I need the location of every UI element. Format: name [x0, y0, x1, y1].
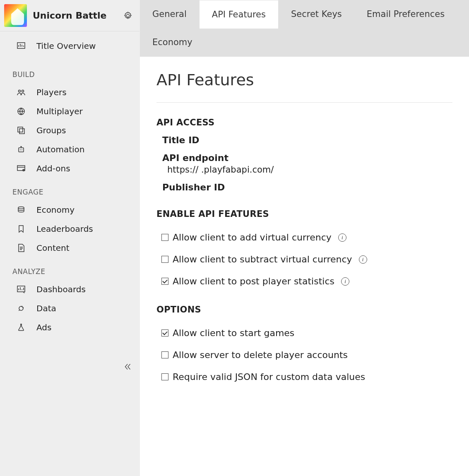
field-publisher-id: Publisher ID — [162, 182, 452, 192]
feature-row: Allow client to subtract virtual currenc… — [161, 248, 452, 270]
sidebar-item-label: Title Overview — [36, 41, 96, 51]
bookmark-icon — [16, 224, 26, 234]
coins-icon — [16, 204, 26, 215]
feature-label: Allow client to subtract virtual currenc… — [173, 254, 352, 264]
sidebar-item-add-ons[interactable]: Add-ons — [0, 159, 139, 178]
checkbox[interactable] — [161, 278, 168, 285]
sidebar-item-players[interactable]: Players — [0, 83, 139, 102]
sidebar-section-label: ENGAGE — [0, 178, 139, 200]
feature-label: Allow client to post player statistics — [173, 276, 334, 286]
sidebar-item-leaderboards[interactable]: Leaderboards — [0, 219, 139, 238]
field-label: Publisher ID — [162, 182, 452, 192]
feature-row: Require valid JSON for custom data value… — [161, 366, 452, 388]
checkbox[interactable] — [161, 256, 168, 263]
sidebar-item-label: Groups — [36, 125, 66, 135]
field-label: Title ID — [162, 135, 452, 145]
sidebar-item-content[interactable]: Content — [0, 238, 139, 257]
sidebar-item-label: Economy — [36, 205, 75, 215]
checkbox[interactable] — [161, 351, 168, 358]
sidebar-item-label: Add-ons — [36, 163, 70, 173]
feature-row: Allow client to add virtual currencyi — [161, 226, 452, 248]
field-value: https:// .playfabapi.com/ — [162, 165, 452, 175]
field-title-id: Title ID — [162, 135, 452, 145]
settings-button[interactable] — [122, 10, 134, 22]
sidebar-item-automation[interactable]: Automation — [0, 140, 139, 159]
tab-secret-keys[interactable]: Secret Keys — [279, 0, 354, 28]
enable-api-features-list: Allow client to add virtual currencyiAll… — [161, 226, 452, 292]
addons-icon — [16, 163, 26, 174]
sidebar-item-label: Leaderboards — [36, 224, 93, 234]
sidebar-item-groups[interactable]: Groups — [0, 121, 139, 140]
checkbox[interactable] — [161, 329, 168, 337]
feature-label: Allow server to delete player accounts — [173, 350, 348, 360]
overview-icon — [16, 41, 26, 51]
sidebar-item-data[interactable]: Data — [0, 299, 139, 318]
checkbox[interactable] — [161, 373, 168, 380]
sidebar-item-label: Data — [36, 303, 56, 313]
page-title: API Features — [156, 71, 452, 103]
feature-label: Allow client to add virtual currency — [173, 232, 332, 243]
tab-general[interactable]: General — [140, 0, 199, 28]
sidebar-item-label: Content — [36, 243, 70, 253]
field-label: API endpoint — [162, 153, 452, 163]
field-api-endpoint: API endpoint https:// .playfabapi.com/ — [162, 153, 452, 175]
chevrons-left-icon — [123, 362, 132, 371]
content: API Features API ACCESS Title ID API end… — [140, 57, 469, 476]
tab-api-features[interactable]: API Features — [199, 0, 279, 29]
collapse-sidebar-button[interactable] — [122, 361, 134, 373]
tab-email-preferences[interactable]: Email Preferences — [354, 0, 457, 28]
feature-row: Allow client to start games — [161, 322, 452, 344]
sidebar-item-label: Dashboards — [36, 284, 86, 294]
sidebar-item-multiplayer[interactable]: Multiplayer — [0, 102, 139, 121]
avatar — [4, 4, 27, 27]
tabstrip: GeneralAPI FeaturesSecret KeysEmail Pref… — [140, 0, 469, 57]
sidebar-title: Unicorn Battle — [33, 10, 116, 21]
robot-icon — [16, 144, 26, 155]
section-heading-api-access: API ACCESS — [156, 118, 452, 127]
options-list: Allow client to start gamesAllow server … — [161, 322, 452, 388]
section-heading-options: OPTIONS — [156, 305, 452, 315]
sidebar-header: Unicorn Battle — [0, 0, 139, 31]
players-icon — [16, 87, 26, 98]
feature-row: Allow server to delete player accounts — [161, 344, 452, 366]
checkbox[interactable] — [161, 234, 168, 241]
main: GeneralAPI FeaturesSecret KeysEmail Pref… — [140, 0, 469, 476]
sidebar-section-label: ANALYZE — [0, 257, 139, 280]
sidebar-item-dashboards[interactable]: Dashboards — [0, 280, 139, 299]
stack-icon — [16, 125, 26, 136]
document-icon — [16, 243, 26, 253]
sidebar-item-ads[interactable]: Ads — [0, 318, 139, 337]
flask-icon — [16, 322, 26, 333]
chart-icon — [16, 284, 26, 295]
info-icon[interactable]: i — [341, 277, 349, 286]
feature-row: Allow client to post player statisticsi — [161, 270, 452, 292]
sidebar-item-label: Multiplayer — [36, 106, 83, 116]
sidebar-item-label: Automation — [36, 144, 84, 154]
section-heading-enable-features: ENABLE API FEATURES — [156, 209, 452, 219]
sidebar-item-label: Ads — [36, 322, 51, 332]
sidebar-section-label: BUILD — [0, 60, 139, 83]
globe-icon — [16, 106, 26, 117]
feature-label: Allow client to start games — [173, 328, 294, 338]
sidebar-item-label: Players — [36, 87, 67, 97]
plug-icon — [16, 303, 26, 314]
sidebar-item-title-overview[interactable]: Title Overview — [0, 31, 139, 60]
gear-icon — [123, 11, 133, 21]
info-icon[interactable]: i — [338, 233, 346, 242]
feature-label: Require valid JSON for custom data value… — [173, 372, 365, 382]
info-icon[interactable]: i — [359, 255, 367, 264]
sidebar: Unicorn Battle Title Overview BUILDPlaye… — [0, 0, 140, 476]
sidebar-item-economy[interactable]: Economy — [0, 200, 139, 219]
tab-economy[interactable]: Economy — [140, 28, 205, 56]
